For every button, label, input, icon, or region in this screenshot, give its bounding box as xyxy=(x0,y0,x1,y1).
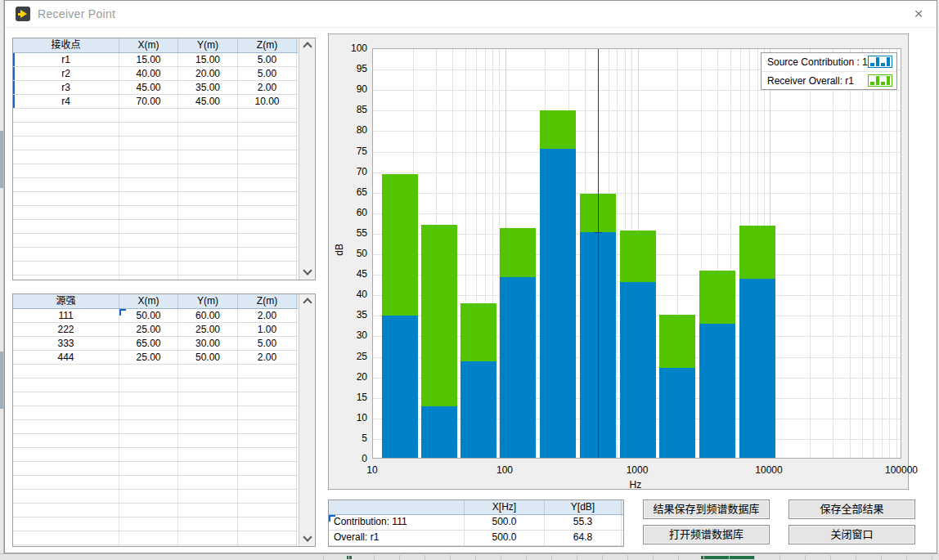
table-cell[interactable] xyxy=(178,420,238,433)
table-cell[interactable] xyxy=(238,192,297,205)
table-cell[interactable]: 25.00 xyxy=(119,323,178,336)
table-cell[interactable] xyxy=(119,220,178,233)
table-cell[interactable] xyxy=(238,531,297,544)
table-cell[interactable] xyxy=(178,379,238,392)
table-cell[interactable] xyxy=(238,545,297,547)
receiver-table[interactable]: 接收点X(m)Y(m)Z(m)r115.0015.005.00r240.0020… xyxy=(13,38,298,280)
scroll-up-icon[interactable] xyxy=(303,42,312,51)
table-cell[interactable] xyxy=(119,276,178,280)
table-cell[interactable] xyxy=(178,220,238,233)
table-cell[interactable]: 2.00 xyxy=(238,351,297,364)
table-cell[interactable] xyxy=(178,109,238,122)
table-cell[interactable] xyxy=(178,448,238,461)
table-cell[interactable]: r4 xyxy=(13,95,119,108)
table-cell[interactable] xyxy=(13,448,119,461)
table-cell[interactable] xyxy=(238,490,297,503)
table-cell[interactable] xyxy=(178,192,238,205)
table-cell[interactable] xyxy=(119,379,178,392)
table-cell[interactable] xyxy=(13,164,119,177)
table-cell[interactable] xyxy=(13,420,119,433)
table-cell[interactable]: 35.00 xyxy=(178,81,238,94)
table-cell[interactable]: 5.00 xyxy=(238,67,297,80)
table-cell[interactable] xyxy=(178,262,238,275)
table-cell[interactable] xyxy=(13,462,119,475)
table-cell[interactable] xyxy=(119,448,178,461)
table-cell[interactable]: 15.00 xyxy=(178,53,238,66)
table-cell[interactable] xyxy=(119,517,178,531)
table-cell[interactable]: 30.00 xyxy=(178,337,238,350)
table-cell[interactable]: 25.00 xyxy=(119,351,178,364)
table-cell[interactable] xyxy=(238,379,297,392)
table-cell[interactable] xyxy=(238,365,297,378)
table-cell[interactable] xyxy=(178,365,238,378)
table-cell[interactable] xyxy=(178,123,238,136)
source-table[interactable]: 源强X(m)Y(m)Z(m)11150.0060.002.0022225.002… xyxy=(13,294,298,547)
table-cell[interactable]: 2.00 xyxy=(238,309,297,322)
table-cell[interactable] xyxy=(178,517,238,531)
close-window-button[interactable]: 关闭窗口 xyxy=(788,525,915,544)
table-cell[interactable] xyxy=(13,248,119,261)
table-cell[interactable] xyxy=(13,178,119,191)
table-cell[interactable] xyxy=(238,178,297,191)
table-cell[interactable] xyxy=(238,476,297,489)
table-cell[interactable]: 45.00 xyxy=(178,95,238,108)
table-cell[interactable] xyxy=(178,137,238,150)
table-cell[interactable] xyxy=(119,476,178,489)
table-cell[interactable]: 10.00 xyxy=(238,95,297,108)
table-cell[interactable] xyxy=(119,420,178,433)
table-cell[interactable] xyxy=(178,392,238,405)
table-cell[interactable]: r1 xyxy=(13,53,119,66)
table-cell[interactable] xyxy=(13,137,119,150)
table-cell[interactable] xyxy=(238,434,297,447)
table-cell[interactable] xyxy=(13,220,119,233)
table-cell[interactable] xyxy=(119,434,178,447)
table-cell[interactable] xyxy=(119,137,178,150)
table-cell[interactable] xyxy=(238,150,297,164)
table-cell[interactable] xyxy=(119,248,178,261)
table-cell[interactable] xyxy=(178,150,238,164)
table-cell[interactable] xyxy=(13,504,119,517)
table-cell[interactable] xyxy=(13,379,119,392)
table-cell[interactable] xyxy=(238,137,297,150)
table-cell[interactable] xyxy=(119,109,178,122)
table-cell[interactable] xyxy=(178,164,238,177)
table-cell[interactable] xyxy=(13,276,119,280)
table-cell[interactable] xyxy=(119,262,178,275)
table-cell[interactable] xyxy=(178,434,238,447)
receiver-table-scrollbar[interactable] xyxy=(299,38,315,280)
table-cell[interactable] xyxy=(119,462,178,475)
table-cell[interactable]: 60.00 xyxy=(178,309,238,322)
table-cell[interactable]: 15.00 xyxy=(119,53,178,66)
table-cell[interactable] xyxy=(119,123,178,136)
table-cell[interactable] xyxy=(238,262,297,275)
table-cell[interactable] xyxy=(178,462,238,475)
table-cell[interactable] xyxy=(13,123,119,136)
table-cell[interactable] xyxy=(238,420,297,433)
table-cell[interactable]: 111 xyxy=(13,309,119,322)
table-cell[interactable] xyxy=(13,517,119,531)
table-cell[interactable] xyxy=(13,392,119,405)
table-cell[interactable]: 222 xyxy=(13,323,119,336)
table-cell[interactable] xyxy=(119,234,178,247)
table-cell[interactable]: 20.00 xyxy=(178,67,238,80)
save-to-spectrum-db-button[interactable]: 结果保存到频谱数据库 xyxy=(643,500,770,519)
table-cell[interactable] xyxy=(238,517,297,531)
table-cell[interactable]: 70.00 xyxy=(119,95,178,108)
table-cell[interactable] xyxy=(119,164,178,177)
table-cell[interactable] xyxy=(119,490,178,503)
table-cell[interactable] xyxy=(13,109,119,122)
table-cell[interactable] xyxy=(119,178,178,191)
table-cell[interactable]: 2.00 xyxy=(238,81,297,94)
table-cell[interactable] xyxy=(119,206,178,219)
source-table-scrollbar[interactable] xyxy=(299,294,315,546)
table-cell[interactable] xyxy=(178,206,238,219)
table-cell[interactable] xyxy=(13,434,119,447)
table-cell[interactable] xyxy=(178,276,238,280)
table-cell[interactable] xyxy=(238,462,297,475)
table-cell[interactable] xyxy=(238,123,297,136)
table-cell[interactable] xyxy=(238,504,297,517)
title-bar[interactable]: Receiver Point × xyxy=(5,1,937,28)
table-cell[interactable] xyxy=(178,248,238,261)
table-cell[interactable]: 5.00 xyxy=(238,53,297,66)
table-cell[interactable] xyxy=(119,531,178,544)
